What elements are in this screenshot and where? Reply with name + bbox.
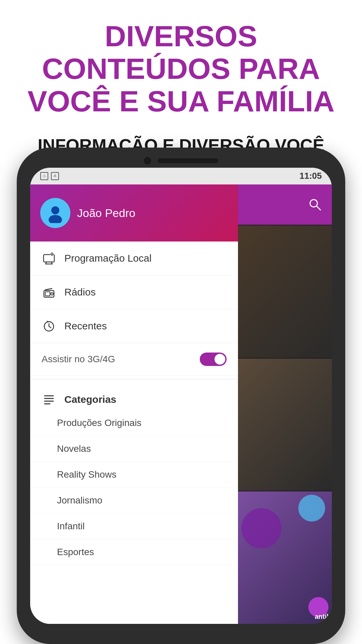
category-item-infantil[interactable]: Infantil [30,514,238,539]
settings-icon: A [51,172,59,180]
category-item-jornalismo[interactable]: Jornalismo [30,488,238,514]
svg-line-21 [317,206,320,210]
content-header [238,184,332,225]
status-icons: ⚠ A [40,172,59,180]
thumbnail-label: antil [315,613,328,621]
clock-icon [42,319,56,333]
avatar [40,198,70,228]
warning-icon: ⚠ [40,172,48,180]
category-item-reality-shows[interactable]: Reality Shows [30,462,238,488]
categories-label: Categorias [64,394,116,405]
toggle-label: Assistir no 3G/4G [42,354,115,365]
menu-label-programacao-local: Programação Local [64,253,152,264]
app-content: João Pedro [30,184,332,624]
radio-icon [42,285,56,300]
search-button[interactable] [305,195,325,215]
svg-point-0 [51,206,59,214]
phone-shell: ⚠ A 11:05 [17,148,345,644]
category-item-esportes[interactable]: Esportes [30,539,238,565]
phone-mockup: ⚠ A 11:05 [17,148,345,644]
content-thumbnail-3: antil [238,491,332,624]
phone-camera [144,157,151,164]
status-bar: ⚠ A 11:05 [30,168,332,184]
menu-item-programacao-local[interactable]: Programação Local [30,241,238,275]
category-item-novelas[interactable]: Novelas [30,436,238,462]
toggle-row-3g4g[interactable]: Assistir no 3G/4G [30,343,238,376]
svg-line-12 [45,288,52,290]
menu-label-recentes: Recentes [64,320,107,332]
phone-screen: ⚠ A 11:05 [30,168,332,624]
content-behind: antil [238,184,332,624]
phone-speaker [158,158,218,163]
list-icon [42,392,56,407]
svg-point-1 [49,215,62,223]
phone-top-bar [144,157,218,164]
drawer-menu: João Pedro [30,184,238,624]
content-thumbnail-1 [238,225,332,358]
svg-point-11 [52,293,53,294]
svg-point-20 [310,200,317,207]
categories-section-header: Categorias [30,383,238,410]
status-time: 11:05 [300,171,322,181]
content-thumbnail-2 [238,359,332,491]
svg-point-7 [51,253,53,255]
drawer-header: João Pedro [30,184,238,241]
menu-label-radios: Rádios [64,286,96,298]
divider [30,379,238,379]
toggle-knob [215,354,225,365]
svg-rect-2 [44,255,54,262]
menu-item-radios[interactable]: Rádios [30,275,238,309]
categories-list: Produções OriginaisNovelasReality ShowsJ… [30,410,238,565]
user-avatar-icon [45,203,65,223]
user-name: João Pedro [77,207,135,220]
main-title: DIVERSOS CONTEÚDOS PARA VOCÊ E SUA FAMÍL… [20,20,342,117]
toggle-switch-3g4g[interactable] [200,353,227,366]
svg-rect-9 [45,292,50,296]
menu-item-recentes[interactable]: Recentes [30,309,238,343]
tv-icon [42,251,56,266]
category-item-produções-originais[interactable]: Produções Originais [30,410,238,436]
svg-line-15 [49,326,51,328]
